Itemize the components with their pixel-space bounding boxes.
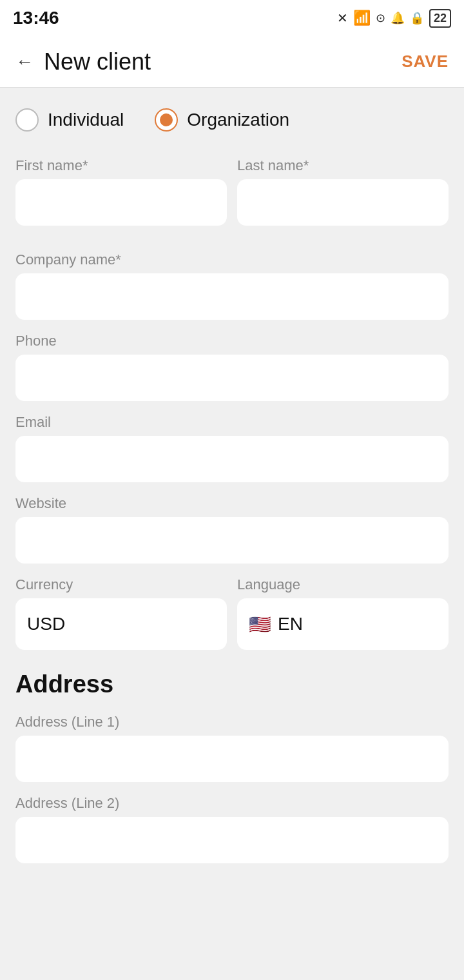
organization-option[interactable]: Organization [155,108,289,132]
company-name-input[interactable] [15,273,449,320]
address-line2-label: Address (Line 2) [15,795,449,812]
header-left: ← New client [15,48,151,75]
individual-radio[interactable] [15,108,39,132]
currency-language-row: Currency USD Language 🇺🇸 EN [15,576,449,650]
address-line2-input[interactable] [15,817,449,863]
email-label: Email [15,414,449,431]
status-icons: ✕ 📶 ⊙ 🔔 🔒 22 [337,9,451,28]
currency-group: Currency USD [15,576,227,650]
organization-radio[interactable] [155,108,178,132]
email-group: Email [15,414,449,482]
close-icon: ✕ [337,10,348,26]
address-title: Address [15,671,449,698]
address-line1-label: Address (Line 1) [15,714,449,730]
website-input[interactable] [15,517,449,564]
back-button[interactable]: ← [15,52,34,72]
company-name-group: Company name* [15,251,449,320]
phone-group: Phone [15,333,449,401]
status-bar: 13:46 ✕ 📶 ⊙ 🔔 🔒 22 [0,0,464,36]
individual-label: Individual [48,110,124,130]
save-button[interactable]: SAVE [401,52,449,72]
first-name-input[interactable] [15,179,227,226]
last-name-input[interactable] [237,179,449,226]
lock-icon: 🔒 [410,11,424,25]
website-group: Website [15,495,449,564]
currency-selector[interactable]: USD [15,598,227,650]
wifi-icon: 📶 [353,10,371,26]
language-flag: 🇺🇸 [249,614,271,635]
client-type-selector: Individual Organization [15,103,449,137]
email-input[interactable] [15,436,449,482]
status-time: 13:46 [13,8,59,28]
first-name-group: First name* [15,157,227,226]
language-label: Language [237,576,449,593]
last-name-label: Last name* [237,157,449,174]
currency-value: USD [27,614,65,634]
main-content: Individual Organization First name* Last… [0,88,464,892]
website-label: Website [15,495,449,512]
company-name-label: Company name* [15,251,449,268]
name-row: First name* Last name* [15,157,449,239]
phone-input[interactable] [15,355,449,401]
address-section: Address Address (Line 1) Address (Line 2… [15,671,449,863]
organization-label: Organization [187,110,289,130]
language-group: Language 🇺🇸 EN [237,576,449,650]
language-value: EN [278,614,303,634]
media-icon: ⊙ [376,11,385,25]
currency-label: Currency [15,576,227,593]
page-title: New client [44,48,151,75]
last-name-group: Last name* [237,157,449,226]
battery-indicator: 22 [429,9,451,28]
phone-label: Phone [15,333,449,349]
page-header: ← New client SAVE [0,36,464,88]
first-name-label: First name* [15,157,227,174]
vibrate-icon: 🔔 [391,11,405,25]
address-line2-group: Address (Line 2) [15,795,449,863]
individual-option[interactable]: Individual [15,108,124,132]
address-line1-input[interactable] [15,736,449,782]
address-line1-group: Address (Line 1) [15,714,449,782]
language-selector[interactable]: 🇺🇸 EN [237,598,449,650]
